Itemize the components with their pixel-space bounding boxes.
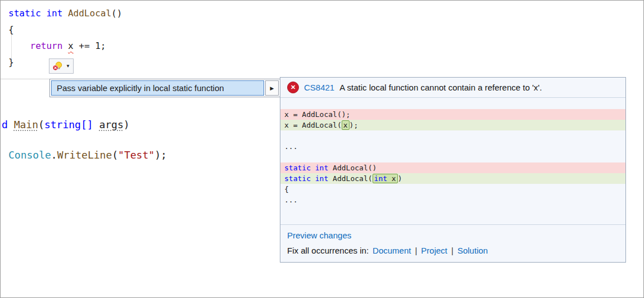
diff-removed-line: x = AddLocal(); xyxy=(280,109,625,120)
code-line-1[interactable]: static int AddLocal() xyxy=(8,5,122,21)
quick-actions-menu: Pass variable explicitly in local static… xyxy=(49,79,280,97)
error-variable-token: x xyxy=(68,40,74,51)
punctuation-token: ); xyxy=(155,149,167,161)
string-literal-token: "Test" xyxy=(118,149,155,161)
type-keyword-token: string[] xyxy=(44,119,93,130)
fix-scope-document-link[interactable]: Document xyxy=(373,246,411,255)
space-token xyxy=(93,119,99,130)
code-token: x xyxy=(387,174,396,183)
lightbulb-error-icon xyxy=(52,61,64,71)
code-line-2[interactable]: { xyxy=(8,21,122,38)
diff-added-line: x = AddLocal(x); xyxy=(280,120,625,130)
error-popup-header: ✕ CS8421 A static local function cannot … xyxy=(280,78,625,98)
code-token: x xyxy=(343,121,348,129)
chevron-down-icon: ▼ xyxy=(66,64,70,69)
fix-scope-solution-link[interactable]: Solution xyxy=(457,246,488,255)
code-token: AddLocal() xyxy=(328,164,377,172)
submenu-expand-button[interactable]: ▶ xyxy=(265,80,279,96)
parameter-token: args xyxy=(99,119,123,130)
keyword-token: static int xyxy=(8,8,68,19)
error-popup-footer: Preview changes Fix all occurrences in: … xyxy=(280,224,625,262)
keyword-token: static int xyxy=(284,174,328,183)
error-code[interactable]: CS8421 xyxy=(304,83,334,92)
expression-token: += 1; xyxy=(74,40,106,51)
diff-preview: x = AddLocal(); x = AddLocal(x); ... sta… xyxy=(280,98,625,224)
fix-all-row: Fix all occurrences in: Document | Proje… xyxy=(287,246,619,255)
error-preview-popup: ✕ CS8421 A static local function cannot … xyxy=(280,77,626,263)
link-separator: | xyxy=(415,246,417,255)
code-line-console[interactable]: Console.WriteLine("Test"); xyxy=(8,148,167,162)
punctuation-token: ( xyxy=(112,149,118,161)
method-name-token: AddLocal xyxy=(68,8,111,19)
diff-added-line: static int AddLocal(int x) xyxy=(280,173,625,184)
vs-editor-window: static int AddLocal() { return x += 1; }… xyxy=(0,0,644,298)
punctuation-token: . xyxy=(51,149,57,161)
code-token: ); xyxy=(350,121,359,129)
error-message: A static local function cannot contain a… xyxy=(339,83,542,92)
diff-removed-line: static int AddLocal() xyxy=(280,162,625,173)
class-name-token: Console xyxy=(8,149,51,161)
fix-all-label: Fix all occurrences in: xyxy=(287,246,369,255)
code-line-main-signature[interactable]: d Main(string[] args) xyxy=(2,118,130,132)
code-token: x = AddLocal( xyxy=(284,121,342,129)
method-name-token: WriteLine xyxy=(57,149,112,161)
diff-blank-line xyxy=(280,152,625,162)
keyword-token: static int xyxy=(284,164,328,172)
method-name-token: Main xyxy=(14,119,38,130)
diff-ellipsis-line: ... xyxy=(280,195,625,205)
punctuation-token: () xyxy=(111,8,122,19)
inserted-code-box: int x xyxy=(373,174,398,183)
punctuation-token: ( xyxy=(38,119,44,130)
keyword-token: int xyxy=(374,174,387,183)
diff-code-line: { xyxy=(280,184,625,195)
chevron-right-icon: ▶ xyxy=(270,85,274,91)
error-icon: ✕ xyxy=(287,82,299,93)
preview-changes-link[interactable]: Preview changes xyxy=(287,231,351,240)
punctuation-token: ) xyxy=(124,119,130,130)
diff-ellipsis-line: ... xyxy=(280,141,625,152)
quick-actions-lightbulb-button[interactable]: ▼ xyxy=(49,58,74,74)
inserted-code-box: x xyxy=(342,120,350,130)
code-token: AddLocal( xyxy=(328,174,372,183)
keyword-token: d xyxy=(2,119,14,130)
menu-item-pass-variable-explicitly[interactable]: Pass variable explicitly in local static… xyxy=(51,80,264,96)
fix-scope-project-link[interactable]: Project xyxy=(421,246,447,255)
diff-blank-line xyxy=(280,130,625,141)
code-line-3[interactable]: return x += 1; xyxy=(8,38,122,54)
return-keyword-token: return xyxy=(30,40,68,51)
error-icon-glyph: ✕ xyxy=(291,84,296,91)
code-token: ) xyxy=(398,174,402,183)
link-separator: | xyxy=(451,246,453,255)
indent-guide xyxy=(11,34,12,59)
